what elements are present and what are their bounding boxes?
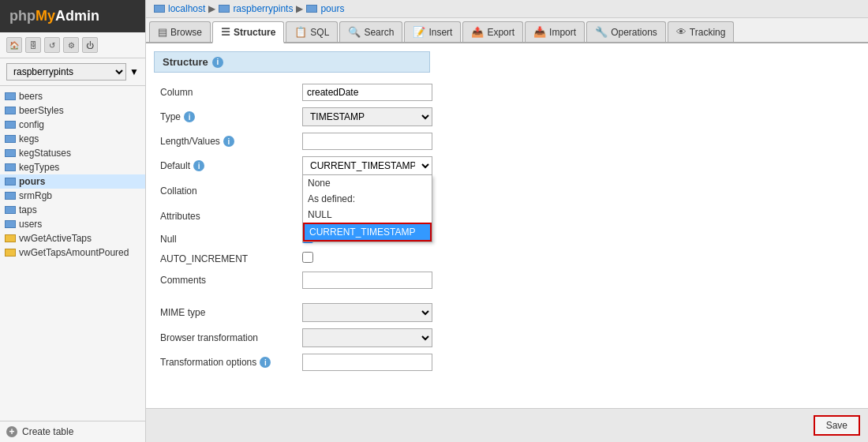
table-name-vwGetActiveTaps: vwGetActiveTaps xyxy=(19,233,92,244)
table-item-users[interactable]: users xyxy=(0,217,145,231)
structure-form: Column Type i TIMESTAMP xyxy=(154,81,860,374)
plus-icon: + xyxy=(6,426,17,437)
logo: php My Admin xyxy=(0,0,145,32)
table-icon xyxy=(5,149,16,157)
table-item-vwGetActiveTaps[interactable]: vwGetActiveTaps xyxy=(0,231,145,245)
collation-row: Collation xyxy=(154,178,860,204)
default-option-null[interactable]: NULL xyxy=(303,207,432,223)
default-option-current-timestamp[interactable]: CURRENT_TIMESTAMP xyxy=(303,223,432,242)
table-item-srmRgb[interactable]: srmRgb xyxy=(0,189,145,203)
table-item-kegStatuses[interactable]: kegStatuses xyxy=(0,146,145,160)
table-icon xyxy=(5,206,16,214)
table-item-beerStyles[interactable]: beerStyles xyxy=(0,103,145,118)
type-select[interactable]: TIMESTAMP xyxy=(302,107,432,126)
tab-search[interactable]: 🔍Search xyxy=(339,21,402,42)
comments-input[interactable] xyxy=(302,272,432,289)
table-item-beers[interactable]: beers xyxy=(0,89,145,103)
breadcrumb-localhost[interactable]: localhost xyxy=(168,3,205,14)
table-icon xyxy=(5,220,16,228)
browser-transform-select[interactable] xyxy=(302,328,432,347)
export-tab-icon: 📤 xyxy=(471,26,484,38)
default-option-asdefined[interactable]: As defined: xyxy=(303,191,432,207)
operations-tab-label: Operations xyxy=(611,27,657,38)
sql-tab-label: SQL xyxy=(310,27,329,38)
table-item-kegs[interactable]: kegs xyxy=(0,132,145,146)
length-info-icon[interactable]: i xyxy=(223,136,234,147)
info-icon[interactable]: i xyxy=(212,57,223,68)
database-selector[interactable]: raspberrypints ▼ xyxy=(0,58,145,86)
import-tab-icon: 📥 xyxy=(533,26,546,38)
tab-sql[interactable]: 📋SQL xyxy=(286,21,338,42)
type-label: Type i xyxy=(154,104,296,129)
mime-type-row: MIME type xyxy=(154,300,860,325)
breadcrumb-database[interactable]: raspberrypints xyxy=(233,3,293,14)
table-list: beersbeerStylesconfigkegskegStatuseskegT… xyxy=(0,86,145,421)
attributes-label: Attributes xyxy=(154,204,296,229)
default-label: Default i xyxy=(154,153,296,178)
table-icon xyxy=(5,107,16,114)
table-item-vwGetTapsAmountPoured[interactable]: vwGetTapsAmountPoured xyxy=(0,245,145,260)
insert-tab-label: Insert xyxy=(428,27,452,38)
tab-tracking[interactable]: 👁Tracking xyxy=(668,21,735,42)
sql-tab-icon: 📋 xyxy=(294,26,307,38)
create-table-button[interactable]: + Create table xyxy=(0,421,145,442)
search-tab-label: Search xyxy=(364,27,394,38)
database-dropdown[interactable]: raspberrypints xyxy=(6,63,126,81)
section-title: Structure xyxy=(163,56,208,68)
logo-php-text: php xyxy=(9,8,36,24)
refresh-icon[interactable]: ↺ xyxy=(44,37,60,53)
auto-increment-label: AUTO_INCREMENT xyxy=(154,249,296,268)
server-icon xyxy=(154,5,165,13)
default-option-none[interactable]: None xyxy=(303,175,432,191)
auto-increment-row: AUTO_INCREMENT xyxy=(154,249,860,268)
tab-export[interactable]: 📤Export xyxy=(462,21,523,42)
logout-icon[interactable]: ⏻ xyxy=(82,37,98,53)
table-name-pours: pours xyxy=(19,176,45,187)
table-icon xyxy=(5,163,16,171)
main-content: localhost ▶ raspberrypints ▶ pours ▤Brow… xyxy=(146,0,868,442)
column-input[interactable] xyxy=(302,84,432,101)
database-icon[interactable]: 🗄 xyxy=(25,37,41,53)
table-item-taps[interactable]: taps xyxy=(0,203,145,217)
default-dropdown-list: None As defined: NULL CURRENT_TIMESTAMP xyxy=(302,175,432,242)
search-tab-icon: 🔍 xyxy=(348,26,361,38)
tab-browse[interactable]: ▤Browse xyxy=(149,21,211,42)
auto-increment-checkbox[interactable] xyxy=(302,252,313,263)
settings-icon[interactable]: ⚙ xyxy=(63,37,79,53)
logo-admin-text: Admin xyxy=(55,8,99,24)
breadcrumb-table[interactable]: pours xyxy=(320,3,344,14)
tab-structure[interactable]: ☰Structure xyxy=(212,21,284,43)
transform-info-icon[interactable]: i xyxy=(260,357,271,368)
logo-my-text: My xyxy=(36,8,55,24)
type-info-icon[interactable]: i xyxy=(184,111,195,122)
table-name-kegs: kegs xyxy=(19,133,39,144)
length-label: Length/Values i xyxy=(154,129,296,153)
table-name-kegTypes: kegTypes xyxy=(19,162,59,173)
table-item-config[interactable]: config xyxy=(0,118,145,132)
table-icon xyxy=(5,121,16,129)
null-row: Null xyxy=(154,229,860,249)
breadcrumb-sep-2: ▶ xyxy=(296,3,303,14)
breadcrumb-sep-1: ▶ xyxy=(208,3,215,14)
table-item-pours[interactable]: pours xyxy=(0,174,145,189)
length-input[interactable] xyxy=(302,133,432,150)
transform-options-input[interactable] xyxy=(302,354,432,371)
tab-import[interactable]: 📥Import xyxy=(525,21,585,42)
browser-transform-row: Browser transformation xyxy=(154,325,860,350)
tab-insert[interactable]: 📝Insert xyxy=(404,21,461,42)
section-header: Structure i xyxy=(154,51,430,73)
icon-bar: 🏠 🗄 ↺ ⚙ ⏻ xyxy=(0,32,145,58)
save-button[interactable]: Save xyxy=(814,415,860,436)
tab-bar: ▤Browse☰Structure📋SQL🔍Search📝Insert📤Expo… xyxy=(146,18,868,43)
mime-type-select[interactable] xyxy=(302,303,432,322)
comments-label: Comments xyxy=(154,268,296,292)
default-select[interactable]: CURRENT_TIMESTAMP xyxy=(302,156,432,175)
default-info-icon[interactable]: i xyxy=(193,160,204,171)
table-icon xyxy=(5,92,16,100)
default-dropdown-container: CURRENT_TIMESTAMP None As defined: NULL … xyxy=(302,156,432,175)
table-item-kegTypes[interactable]: kegTypes xyxy=(0,160,145,174)
tab-operations[interactable]: 🔧Operations xyxy=(586,21,666,42)
home-icon[interactable]: 🏠 xyxy=(6,37,22,53)
chevron-down-icon: ▼ xyxy=(129,66,139,77)
structure-tab-icon: ☰ xyxy=(221,26,230,38)
